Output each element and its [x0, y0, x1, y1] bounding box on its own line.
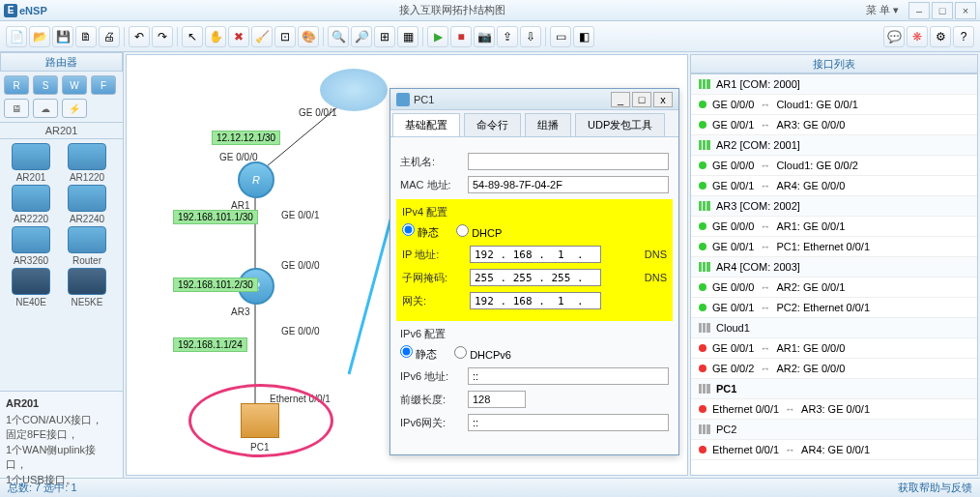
interface-device-row[interactable]: AR3 [COM: 2002] [691, 196, 977, 217]
topology-canvas[interactable]: Cloud1 GE 0/0/1 12.12.12.1/30 GE 0/0/0 R… [126, 54, 688, 476]
interface-row[interactable]: GE 0/0/1 ↔ PC2: Ethernet 0/0/1 [691, 298, 977, 318]
device-item[interactable]: AR201 [4, 143, 58, 183]
status-help-link[interactable]: 获取帮助与反馈 [898, 481, 972, 495]
router-category-icon[interactable]: R [4, 75, 29, 95]
link-category-icon[interactable]: ⚡ [62, 99, 87, 118]
pc-node[interactable] [241, 403, 279, 438]
device-item[interactable]: NE5KE [60, 268, 114, 307]
screen-icon[interactable]: ▭ [550, 26, 571, 47]
zoomin-icon[interactable]: 🔍 [328, 26, 349, 47]
dialog-maximize-button[interactable]: □ [632, 92, 651, 107]
ipv6-title: IPv6 配置 [400, 327, 669, 341]
pan-icon[interactable]: ✋ [205, 26, 226, 47]
maximize-button[interactable]: □ [932, 2, 953, 19]
interface-device-row[interactable]: Cloud1 [691, 318, 977, 338]
zoomout-icon[interactable]: 🔎 [351, 26, 372, 47]
interface-device-row[interactable]: PC2 [691, 420, 977, 440]
open-icon[interactable]: 📂 [29, 26, 50, 47]
titlebar: E eNSP 接入互联网拓扑结构图 菜 单 ▾ – □ × [0, 0, 980, 21]
menu-button[interactable]: 菜 单 ▾ [858, 1, 907, 19]
interface-row[interactable]: GE 0/0/2 ↔ AR2: GE 0/0/0 [691, 359, 977, 379]
tab-udp-tool[interactable]: UDP发包工具 [575, 113, 665, 136]
router-node-ar1[interactable]: R [238, 161, 274, 198]
ipv6-gw-input[interactable] [468, 414, 669, 431]
interface-row[interactable]: GE 0/0/1 ↔ AR3: GE 0/0/0 [691, 115, 977, 135]
fit-icon[interactable]: ⊞ [374, 26, 395, 47]
app-name: eNSP [19, 5, 47, 16]
interface-row[interactable]: Ethernet 0/0/1 ↔ AR3: GE 0/0/1 [691, 399, 977, 420]
interface-device-row[interactable]: AR2 [COM: 2001] [691, 135, 977, 156]
cloud-category-icon[interactable]: ☁ [33, 99, 58, 118]
ip-addr-input[interactable] [470, 246, 601, 263]
port-label: GE 0/0/1 [299, 107, 336, 118]
save-icon[interactable]: 💾 [52, 26, 73, 47]
tab-multicast[interactable]: 组播 [525, 113, 571, 136]
select-icon[interactable]: ↖ [182, 26, 203, 47]
export-icon[interactable]: ⇪ [497, 26, 518, 47]
interface-row[interactable]: GE 0/0/0 ↔ AR2: GE 0/0/1 [691, 278, 977, 298]
firewall-category-icon[interactable]: F [91, 75, 116, 95]
switch-category-icon[interactable]: S [33, 75, 58, 95]
interface-row[interactable]: GE 0/0/1 ↔ AR1: GE 0/0/0 [691, 338, 977, 359]
window-icon[interactable]: ◧ [573, 26, 594, 47]
subnet-mask-input[interactable] [470, 269, 601, 286]
stop-icon[interactable]: ■ [450, 26, 472, 47]
radio-ipv6-static[interactable]: 静态 [400, 345, 437, 362]
logo-icon: E [4, 4, 17, 17]
ipv4-config-section: IPv4 配置 静态 DHCP IP 地址: DNS 子网掩码: DNS [396, 199, 673, 321]
text-icon[interactable]: ⊡ [274, 26, 296, 47]
dialog-minimize-button[interactable]: _ [611, 92, 630, 107]
new-icon[interactable]: 📄 [6, 26, 27, 47]
interface-row[interactable]: GE 0/0/0 ↔ Cloud1: GE 0/0/2 [691, 156, 977, 176]
huawei-icon[interactable]: ❋ [907, 26, 928, 47]
device-item[interactable]: Router [60, 226, 114, 266]
interface-row[interactable]: GE 0/0/0 ↔ AR1: GE 0/0/1 [691, 217, 977, 237]
dialog-close-button[interactable]: x [653, 92, 673, 107]
redo-icon[interactable]: ↷ [152, 26, 173, 47]
wlan-category-icon[interactable]: W [62, 75, 87, 95]
chat-icon[interactable]: 💬 [883, 26, 905, 47]
grid-icon[interactable]: ▦ [397, 26, 418, 47]
tab-cli[interactable]: 命令行 [464, 113, 521, 136]
palette-icon[interactable]: 🎨 [298, 26, 319, 47]
device-item[interactable]: AR2240 [60, 185, 114, 224]
print-icon[interactable]: 🖨 [99, 26, 120, 47]
device-item[interactable]: AR2220 [4, 185, 58, 224]
interface-device-row[interactable]: PC1 [691, 379, 977, 399]
interface-device-row[interactable]: AR1 [COM: 2000] [691, 74, 977, 95]
minimize-button[interactable]: – [908, 2, 930, 19]
capture-icon[interactable]: 📷 [474, 26, 495, 47]
ipv6-addr-input[interactable] [468, 367, 669, 385]
status-dot-icon [699, 283, 706, 291]
import-icon[interactable]: ⇩ [520, 26, 541, 47]
radio-dhcp[interactable]: DHCP [456, 224, 502, 239]
settings-icon[interactable]: ⚙ [930, 26, 951, 47]
interface-row[interactable]: Ethernet 0/0/1 ↔ AR4: GE 0/0/1 [691, 440, 977, 460]
pc-category-icon[interactable]: 🖥 [4, 99, 29, 118]
interface-row[interactable]: GE 0/0/0 ↔ Cloud1: GE 0/0/1 [691, 95, 977, 115]
hostname-input[interactable] [468, 153, 669, 170]
radio-static[interactable]: 静态 [402, 223, 439, 240]
mac-input[interactable] [468, 176, 669, 193]
ip-label: 12.12.12.1/30 [212, 131, 280, 145]
interface-row[interactable]: GE 0/0/1 ↔ AR4: GE 0/0/0 [691, 176, 977, 196]
device-item[interactable]: AR3260 [4, 226, 58, 266]
router-label: AR3 [231, 307, 249, 317]
dialog-titlebar[interactable]: PC1 _ □ x [390, 89, 678, 110]
device-item[interactable]: NE40E [4, 268, 58, 307]
radio-dhcpv6[interactable]: DHCPv6 [454, 346, 511, 361]
device-item[interactable]: AR1220 [60, 143, 114, 183]
gateway-input[interactable] [470, 292, 601, 309]
tab-basic-config[interactable]: 基础配置 [392, 113, 460, 136]
saveas-icon[interactable]: 🗎 [75, 26, 97, 47]
prefix-input[interactable] [468, 391, 526, 408]
undo-icon[interactable]: ↶ [129, 26, 150, 47]
help-icon[interactable]: ? [953, 26, 974, 47]
close-button[interactable]: × [955, 2, 976, 19]
delete-icon[interactable]: ✖ [228, 26, 249, 47]
interface-row[interactable]: GE 0/0/1 ↔ PC1: Ethernet 0/0/1 [691, 237, 977, 257]
interface-device-row[interactable]: AR4 [COM: 2003] [691, 257, 977, 278]
broom-icon[interactable]: 🧹 [251, 26, 273, 47]
cloud-node[interactable] [320, 69, 388, 111]
start-icon[interactable]: ▶ [427, 26, 448, 47]
